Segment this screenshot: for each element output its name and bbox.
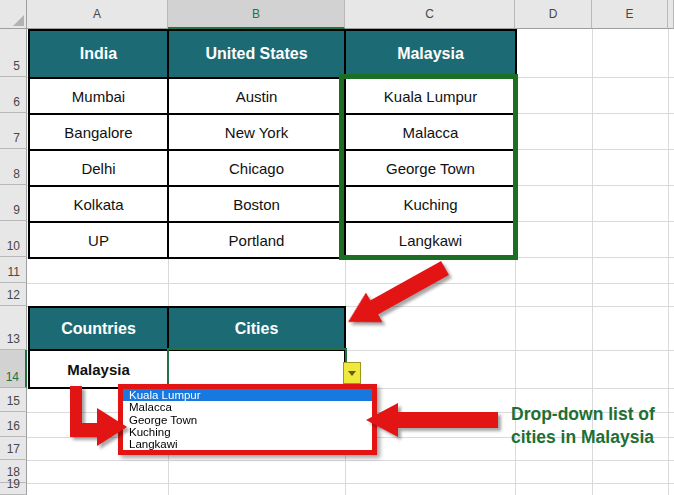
row-header-15[interactable]: 15: [0, 388, 27, 412]
column-header-e[interactable]: E: [592, 0, 668, 29]
row-header-7[interactable]: 7: [0, 113, 27, 149]
row-header-9[interactable]: 9: [0, 185, 27, 221]
header-cell-united-states[interactable]: United States: [169, 31, 346, 79]
arrow-to-dropdown-icon: [366, 403, 498, 437]
column-header-a[interactable]: A: [27, 0, 168, 29]
row-header-17[interactable]: 17: [0, 437, 27, 460]
cell-b9[interactable]: Boston: [169, 187, 346, 223]
cell-a6[interactable]: Mumbai: [30, 79, 169, 115]
dropdown-item-kuching[interactable]: Kuching: [123, 426, 372, 438]
data-validation-dropdown-button[interactable]: [343, 362, 361, 384]
cell-b10[interactable]: Portland: [169, 223, 346, 259]
dropdown-item-malacca[interactable]: Malacca: [123, 401, 372, 413]
row-header-13[interactable]: 13: [0, 306, 27, 350]
column-header-c[interactable]: C: [345, 0, 515, 29]
row-header-5[interactable]: 5: [0, 29, 27, 77]
cell-b7[interactable]: New York: [169, 115, 346, 151]
column-header-d[interactable]: D: [515, 0, 592, 29]
annotation-line-2: cities in Malaysia: [511, 426, 655, 449]
annotation-line-1: Drop-down list of: [511, 403, 655, 426]
cell-b8[interactable]: Chicago: [169, 151, 346, 187]
column-header-partial: [668, 0, 674, 29]
spreadsheet-app: A B C D E 5 6 7 8 9 10 11 12 13 14 15 16…: [0, 0, 674, 495]
dropdown-item-kuala-lumpur[interactable]: Kuala Lumpur: [123, 389, 372, 401]
header-cell-countries[interactable]: Countries: [30, 308, 169, 351]
gridline: [27, 283, 674, 284]
row-header-6[interactable]: 6: [0, 77, 27, 113]
row-header-14[interactable]: 14: [0, 350, 27, 388]
gridline: [668, 29, 669, 495]
header-cell-india[interactable]: India: [30, 31, 169, 79]
cell-b6[interactable]: Austin: [169, 79, 346, 115]
header-cell-malaysia[interactable]: Malaysia: [346, 31, 517, 79]
cell-a7[interactable]: Bangalore: [30, 115, 169, 151]
cell-a8[interactable]: Delhi: [30, 151, 169, 187]
header-cell-cities[interactable]: Cities: [169, 308, 346, 351]
dropdown-list: Kuala Lumpur Malacca George Town Kuching…: [118, 384, 377, 455]
annotation-label: Drop-down list of cities in Malaysia: [511, 403, 655, 449]
row-header-8[interactable]: 8: [0, 149, 27, 185]
cell-a9[interactable]: Kolkata: [30, 187, 169, 223]
dropdown-item-langkawi[interactable]: Langkawi: [123, 438, 372, 450]
gridline: [27, 460, 674, 461]
active-cell-border: [167, 348, 347, 388]
dropdown-item-george-town[interactable]: George Town: [123, 413, 372, 425]
chevron-down-icon: [348, 371, 356, 376]
column-header-b[interactable]: B: [168, 0, 345, 29]
row-header-12[interactable]: 12: [0, 283, 27, 306]
select-all-corner[interactable]: [0, 0, 27, 29]
row-header-11[interactable]: 11: [0, 257, 27, 283]
arrow-to-cities-header-icon: [340, 253, 454, 337]
gridline: [27, 483, 674, 484]
row-header-16[interactable]: 16: [0, 412, 27, 437]
row-header-19[interactable]: 19: [0, 483, 27, 495]
named-range-border: [339, 74, 518, 260]
row-header-10[interactable]: 10: [0, 221, 27, 257]
cell-a10[interactable]: UP: [30, 223, 169, 259]
